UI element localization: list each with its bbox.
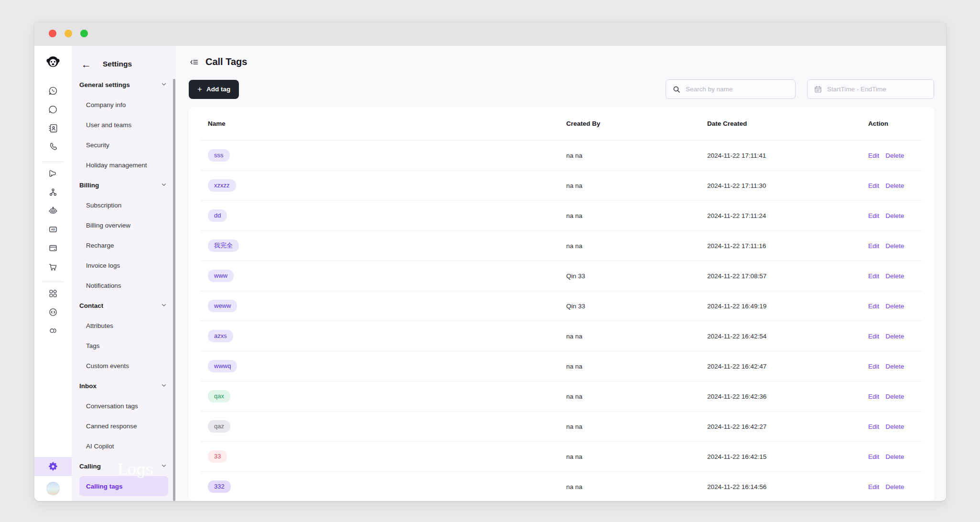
- created-by-cell: na na: [566, 423, 707, 430]
- sidebar-item-notifications[interactable]: Notifications: [79, 275, 168, 295]
- delete-link[interactable]: Delete: [885, 393, 904, 400]
- sidebar-item-invoice-logs[interactable]: Invoice logs: [79, 255, 168, 275]
- cart-icon[interactable]: [47, 261, 59, 272]
- edit-link[interactable]: Edit: [868, 423, 879, 430]
- phone-icon[interactable]: [47, 141, 59, 152]
- tag-chip: wwwq: [208, 360, 237, 373]
- date-range-field[interactable]: [807, 79, 934, 99]
- sidebar-item-user-and-teams[interactable]: User and teams: [79, 115, 168, 135]
- column-header-created-by: Created By: [566, 120, 707, 127]
- sidebar-item-subscription[interactable]: Subscription: [79, 195, 168, 215]
- org-chart-icon[interactable]: [47, 186, 59, 198]
- page-title: Call Tags: [205, 56, 247, 67]
- wallet-card-icon[interactable]: [47, 242, 59, 254]
- calendar-icon: [814, 85, 822, 94]
- delete-link[interactable]: Delete: [885, 423, 904, 430]
- tags-table-card: Name Created By Date Created Action sssn…: [189, 107, 934, 501]
- sidebar-section-label: Calling: [79, 463, 101, 470]
- apps-grid-icon[interactable]: [47, 288, 59, 299]
- sidebar-section-calling[interactable]: Calling: [79, 456, 168, 476]
- sidebar-section-general-settings[interactable]: General settings: [79, 75, 168, 95]
- date-created-cell: 2024-11-22 16:42:47: [707, 363, 868, 370]
- delete-link[interactable]: Delete: [885, 242, 904, 250]
- tag-name-cell: xzxzz: [201, 179, 566, 192]
- date-created-cell: 2024-11-22 16:42:54: [707, 333, 868, 340]
- delete-link[interactable]: Delete: [885, 453, 904, 460]
- add-tag-button[interactable]: + Add tag: [189, 80, 239, 99]
- created-by-cell: na na: [566, 483, 707, 490]
- sidebar-item-conversation-tags[interactable]: Conversation tags: [79, 396, 168, 416]
- sidebar-item-custom-events[interactable]: Custom events: [79, 356, 168, 376]
- search-input[interactable]: [686, 86, 789, 93]
- brand-monkey-logo[interactable]: [45, 54, 61, 70]
- delete-link[interactable]: Delete: [885, 303, 904, 310]
- toolbar: + Add tag: [189, 79, 934, 99]
- close-window-button[interactable]: [49, 30, 56, 37]
- tag-name-cell: 我完全: [201, 239, 566, 252]
- table-row: qaxna na2024-11-22 16:42:36EditDelete: [201, 381, 922, 412]
- megaphone-icon[interactable]: [47, 168, 59, 179]
- action-cell: EditDelete: [868, 242, 922, 250]
- delete-link[interactable]: Delete: [885, 333, 904, 340]
- user-avatar[interactable]: [46, 482, 60, 495]
- edit-link[interactable]: Edit: [868, 242, 879, 250]
- edit-link[interactable]: Edit: [868, 483, 879, 490]
- tag-chip: 332: [208, 480, 231, 493]
- tag-chip: azxs: [208, 330, 233, 343]
- delete-link[interactable]: Delete: [885, 152, 904, 159]
- action-cell: EditDelete: [868, 212, 922, 219]
- settings-rail-item-active[interactable]: [34, 457, 72, 476]
- sidebar-item-company-info[interactable]: Company info: [79, 95, 168, 115]
- chat-bubble-icon[interactable]: [47, 104, 59, 115]
- whatsapp-icon[interactable]: [47, 85, 59, 97]
- sidebar-item-canned-response[interactable]: Canned response: [79, 416, 168, 436]
- sidebar-item-ai-copilot[interactable]: AI Copilot: [79, 436, 168, 456]
- rail-divider: [42, 162, 64, 162]
- robot-icon[interactable]: [47, 205, 59, 217]
- sidebar-scrollbar[interactable]: [173, 79, 175, 501]
- minimize-window-button[interactable]: [65, 30, 72, 37]
- delete-link[interactable]: Delete: [885, 272, 904, 280]
- edit-link[interactable]: Edit: [868, 363, 879, 370]
- edit-link[interactable]: Edit: [868, 182, 879, 189]
- sidebar-item-tags[interactable]: Tags: [79, 336, 168, 356]
- delete-link[interactable]: Delete: [885, 182, 904, 189]
- sidebar-section-billing[interactable]: Billing: [79, 175, 168, 195]
- edit-link[interactable]: Edit: [868, 393, 879, 400]
- back-arrow-icon[interactable]: ←: [81, 59, 91, 69]
- ad-badge-icon[interactable]: AD: [47, 224, 59, 235]
- contact-book-icon[interactable]: [47, 122, 59, 134]
- chevron-down-icon: [161, 81, 167, 89]
- app-window: AD: [34, 21, 946, 501]
- maximize-window-button[interactable]: [80, 30, 88, 37]
- sidebar-item-recharge[interactable]: Recharge: [79, 235, 168, 255]
- sidebar-item-billing-overview[interactable]: Billing overview: [79, 215, 168, 235]
- date-created-cell: 2024-11-22 17:08:57: [707, 272, 868, 280]
- sidebar-item-security[interactable]: Security: [79, 135, 168, 155]
- edit-link[interactable]: Edit: [868, 272, 879, 280]
- edit-link[interactable]: Edit: [868, 333, 879, 340]
- search-field[interactable]: [666, 79, 796, 99]
- delete-link[interactable]: Delete: [885, 483, 904, 490]
- edit-link[interactable]: Edit: [868, 453, 879, 460]
- date-range-input[interactable]: [827, 86, 927, 93]
- date-created-cell: 2024-11-22 16:42:15: [707, 453, 868, 460]
- column-header-name: Name: [201, 120, 566, 127]
- delete-link[interactable]: Delete: [885, 212, 904, 219]
- edit-link[interactable]: Edit: [868, 152, 879, 159]
- linked-hearts-icon[interactable]: [47, 325, 59, 337]
- delete-link[interactable]: Delete: [885, 363, 904, 370]
- sidebar-section-inbox[interactable]: Inbox: [79, 376, 168, 396]
- sidebar-item-holiday-management[interactable]: Holiday management: [79, 155, 168, 175]
- edit-link[interactable]: Edit: [868, 212, 879, 219]
- code-circle-icon[interactable]: [47, 306, 59, 318]
- table-row: wwwqna na2024-11-22 16:42:47EditDelete: [201, 351, 922, 381]
- action-cell: EditDelete: [868, 333, 922, 340]
- action-cell: EditDelete: [868, 303, 922, 310]
- collapse-sidebar-icon[interactable]: [189, 57, 199, 67]
- sidebar-item-attributes[interactable]: Attributes: [79, 315, 168, 336]
- edit-link[interactable]: Edit: [868, 303, 879, 310]
- sidebar-item-calling-tags[interactable]: Calling tags: [79, 476, 168, 496]
- tag-name-cell: 33: [201, 450, 566, 463]
- sidebar-section-contact[interactable]: Contact: [79, 295, 168, 315]
